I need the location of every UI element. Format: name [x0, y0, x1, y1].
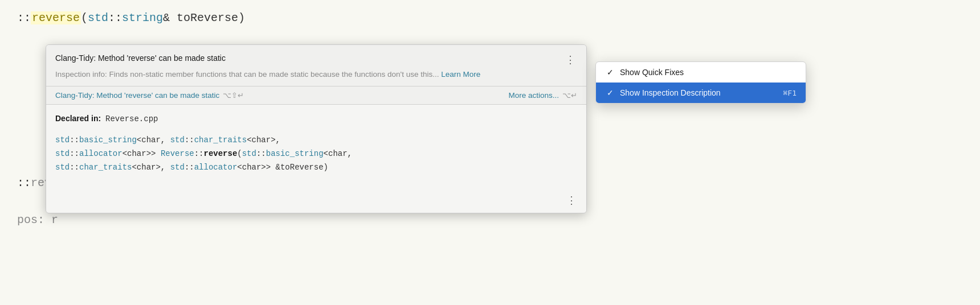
- check-icon-quick-fixes: ✓: [605, 68, 615, 77]
- popup-more-button[interactable]: ⋮: [564, 53, 577, 67]
- menu-label-quick-fixes: Show Quick Fixes: [620, 68, 792, 77]
- menu-item-show-inspection-description[interactable]: ✓ Show Inspection Description ⌘F1: [596, 83, 806, 103]
- inspection-popup: Clang-Tidy: Method 'reverse' can be made…: [46, 44, 587, 213]
- learn-more-link[interactable]: Learn More: [441, 70, 480, 79]
- context-menu: ✓ Show Quick Fixes ✓ Show Inspection Des…: [595, 61, 806, 104]
- menu-item-show-quick-fixes[interactable]: ✓ Show Quick Fixes: [596, 62, 806, 83]
- popup-bottom-section: Declared in: Reverse.cpp std::basic_stri…: [46, 105, 586, 213]
- declaration-code-block: std::basic_string<char, std::char_traits…: [55, 134, 577, 174]
- std-keyword: std: [88, 11, 108, 24]
- popup-action-row: Clang-Tidy: Method 'reverse' can be made…: [46, 86, 586, 105]
- code-block-line3: std::char_traits<char>, std::allocator<c…: [55, 161, 577, 175]
- declared-in-label: Declared in:: [55, 114, 101, 123]
- menu-label-inspection-description: Show Inspection Description: [620, 88, 779, 97]
- popup-bottom-more-button[interactable]: ⋮: [565, 193, 578, 207]
- string-keyword: string: [122, 11, 163, 24]
- declared-in-line: Declared in: Reverse.cpp: [55, 114, 577, 123]
- menu-shortcut-inspection-description: ⌘F1: [783, 89, 797, 97]
- clang-tidy-action-link[interactable]: Clang-Tidy: Method 'reverse' can be made…: [55, 91, 244, 100]
- popup-top-section: Clang-Tidy: Method 'reverse' can be made…: [46, 45, 586, 86]
- more-actions-shortcut: ⌥↵: [562, 91, 577, 100]
- code-block-line1: std::basic_string<char, std::char_traits…: [55, 134, 577, 147]
- more-actions-link[interactable]: More actions... ⌥↵: [508, 91, 577, 100]
- action-link-text: Clang-Tidy: Method 'reverse' can be made…: [55, 91, 219, 100]
- code-block-line2: std::allocator<char>> Reverse::reverse(s…: [55, 147, 577, 161]
- declared-in-file: Reverse.cpp: [105, 114, 158, 123]
- inspection-info-label: Inspection info:: [55, 70, 109, 79]
- code-pos-line: pos: r: [0, 213, 58, 226]
- popup-inspection-info: Inspection info: Finds non-static member…: [55, 69, 577, 80]
- action-link-shortcut: ⌥⇧↵: [223, 91, 244, 100]
- check-icon-inspection-description: ✓: [605, 88, 615, 97]
- reverse-keyword: reverse: [31, 11, 81, 24]
- pos-text: pos: r: [17, 213, 58, 226]
- popup-title: Clang-Tidy: Method 'reverse' can be made…: [55, 53, 226, 64]
- popup-title-row: Clang-Tidy: Method 'reverse' can be made…: [55, 53, 577, 67]
- more-actions-text: More actions...: [508, 91, 559, 100]
- code-line-top: ::reverse(std::string& toReverse): [0, 11, 245, 24]
- inspection-info-text: Finds non-static member functions that c…: [109, 70, 439, 79]
